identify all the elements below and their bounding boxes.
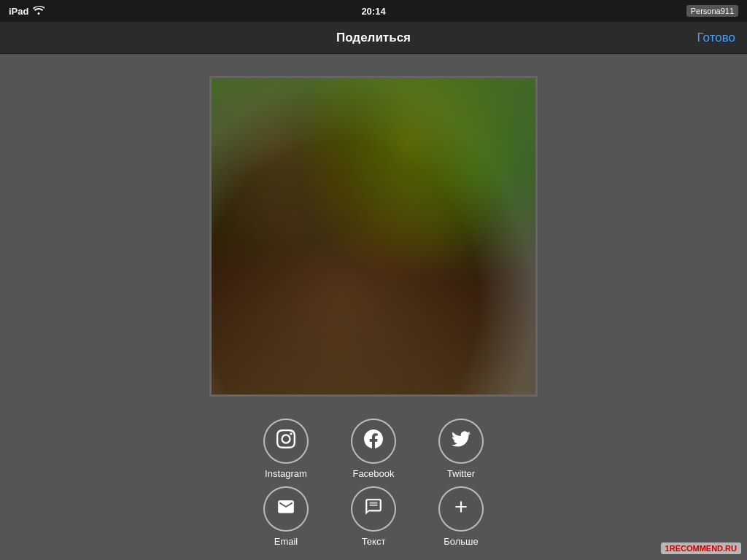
nav-title: Поделиться (336, 31, 411, 45)
share-row-1: Instagram Facebook (257, 419, 490, 479)
wifi-icon (33, 6, 44, 17)
photo-container (209, 76, 538, 397)
instagram-circle (263, 419, 309, 464)
share-area: Instagram Facebook (257, 419, 490, 547)
email-circle (263, 486, 309, 532)
share-message[interactable]: Текст (344, 486, 403, 547)
instagram-label: Instagram (265, 468, 307, 479)
twitter-circle (438, 419, 484, 464)
status-bar: iPad 20:14 Persona911 (0, 0, 747, 22)
facebook-icon (364, 429, 383, 453)
twitter-label: Twitter (447, 468, 475, 479)
watermark: 1RECOMMEND.RU (661, 542, 741, 554)
more-circle (438, 486, 484, 532)
share-email[interactable]: Email (257, 486, 315, 547)
more-icon (452, 497, 471, 521)
share-row-2: Email Текст (257, 486, 490, 547)
photo-image (212, 78, 535, 394)
share-more[interactable]: Больше (432, 486, 490, 547)
share-twitter[interactable]: Twitter (432, 419, 490, 479)
share-instagram[interactable]: Instagram (257, 419, 315, 479)
more-label: Больше (444, 536, 479, 547)
message-label: Текст (362, 536, 386, 547)
share-facebook[interactable]: Facebook (344, 419, 403, 479)
instagram-icon (276, 429, 295, 453)
facebook-circle (351, 419, 396, 464)
device-label: iPad (9, 6, 28, 17)
email-label: Email (274, 536, 298, 547)
email-icon (276, 497, 295, 521)
done-button[interactable]: Готово (697, 31, 736, 45)
message-circle (351, 486, 396, 532)
status-time: 20:14 (361, 6, 385, 17)
main-content: Instagram Facebook (0, 54, 747, 560)
twitter-icon (452, 429, 471, 453)
facebook-label: Facebook (352, 468, 394, 479)
status-app: Persona911 (686, 5, 738, 17)
message-icon (364, 497, 383, 521)
status-left: iPad (9, 6, 44, 17)
nav-bar: Поделиться Готово (0, 22, 747, 54)
